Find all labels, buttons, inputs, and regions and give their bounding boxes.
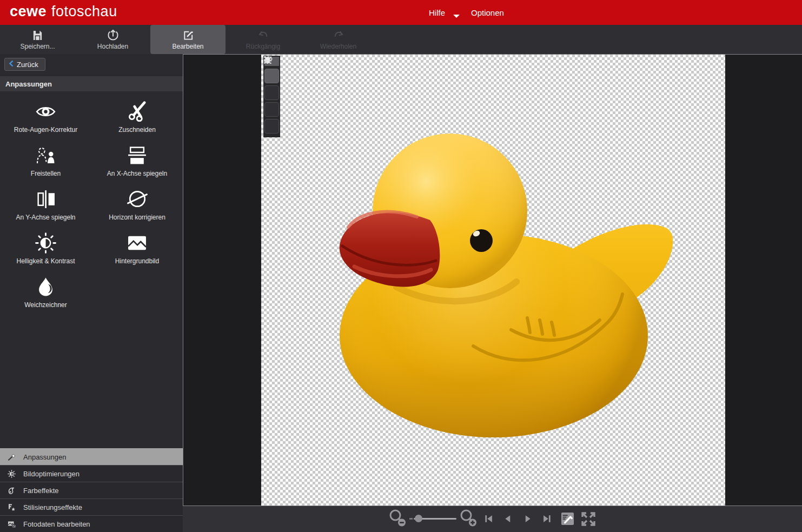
title-bar: cewefotoschau Hilfe Optionen (0, 0, 802, 25)
canvas-image-duck (261, 55, 725, 506)
previous-image-button[interactable] (503, 514, 513, 526)
undo-button[interactable]: Rückgängig (226, 25, 301, 54)
upload-icon (107, 29, 119, 41)
adjust-brush-icon (7, 453, 16, 461)
tool-label: An Y-Achse spiegeln (16, 214, 75, 221)
scissors-icon (127, 101, 148, 122)
logo-fotoschau: fotoschau (51, 3, 117, 19)
color-effects-icon (7, 487, 16, 495)
annotate-button[interactable] (561, 512, 574, 528)
edit-button[interactable]: Bearbeiten (150, 25, 226, 54)
zoom-in-button[interactable] (458, 508, 480, 531)
category-label: Fotodaten bearbeiten (23, 520, 90, 528)
ellipse-select-tool-button[interactable] (264, 119, 279, 134)
horizon-icon (127, 188, 148, 210)
annotate-icon (561, 512, 574, 526)
tool-an-y-achse-spiegeln[interactable]: An Y-Achse spiegeln (0, 183, 91, 227)
main-toolbar: Speichern... Hochladen Bearbeiten Rückgä… (0, 25, 802, 54)
brightness-contrast-icon (35, 232, 57, 254)
undo-label: Rückgängig (246, 43, 280, 50)
tool-palette (263, 56, 280, 137)
fullscreen-button[interactable] (580, 511, 596, 529)
next-icon (523, 514, 532, 523)
tool-label: Weichzeichner (24, 301, 67, 309)
undo-icon (257, 29, 269, 41)
flip-y-icon (36, 188, 56, 210)
tool-label: Helligkeit & Kontrast (16, 257, 75, 265)
save-label: Speichern... (20, 43, 55, 50)
tool-freistellen[interactable]: Freistellen (0, 139, 91, 183)
tool-rote-augen-korrektur[interactable]: Rote-Augen-Korrektur (0, 95, 91, 139)
next-image-button[interactable] (523, 514, 532, 526)
blur-drop-icon (37, 276, 54, 297)
chevron-left-icon (9, 60, 14, 69)
photo-data-icon (7, 520, 16, 528)
status-bar (183, 506, 802, 532)
save-button[interactable]: Speichern... (0, 25, 75, 54)
tool-label: Horizont korrigieren (109, 214, 165, 221)
skip-last-icon (542, 514, 552, 523)
category-farbeffekte[interactable]: Farbeffekte (0, 482, 183, 498)
tool-an-x-achse-spiegeln[interactable]: An X-Achse spiegeln (91, 139, 183, 183)
app-window: cewefotoschau Hilfe Optionen Speichern..… (0, 0, 802, 532)
category-label: Anpassungen (23, 453, 67, 461)
last-image-button[interactable] (542, 514, 552, 526)
menu-optionen[interactable]: Optionen (464, 8, 511, 17)
tools-grid: Rote-Augen-Korrektur Zuschneiden Freiste… (0, 95, 183, 314)
eye-icon (36, 101, 56, 122)
category-bildoptimierungen[interactable]: Bildoptimierungen (0, 465, 183, 482)
fullscreen-icon (580, 511, 596, 527)
upload-button[interactable]: Hochladen (75, 25, 150, 54)
zoom-slider-knob[interactable] (415, 515, 422, 522)
tool-horizont-korrigieren[interactable]: Horizont korrigieren (91, 183, 183, 227)
category-list: Anpassungen Bildoptimierungen Farbeffekt… (0, 448, 183, 532)
category-label: Bildoptimierungen (23, 470, 79, 478)
lasso-tool-button[interactable] (264, 85, 279, 100)
canvas-viewport (183, 54, 802, 506)
tool-weichzeichner[interactable]: Weichzeichner (0, 270, 91, 314)
floppy-disk-icon (32, 29, 43, 41)
upload-label: Hochladen (97, 43, 128, 50)
optimize-sun-icon (7, 470, 16, 478)
tool-label: Freistellen (31, 170, 61, 177)
edit-pencil-icon (182, 29, 194, 41)
category-fotodaten-bearbeiten[interactable]: Fotodaten bearbeiten (0, 515, 183, 532)
redo-icon (333, 29, 344, 41)
zoom-out-icon (387, 508, 409, 529)
section-title: Anpassungen (5, 80, 52, 88)
tool-hintergrundbild[interactable]: Hintergrundbild (91, 227, 183, 270)
category-anpassungen[interactable]: Anpassungen (0, 448, 183, 465)
redo-button[interactable]: Wiederholen (301, 25, 376, 54)
app-logo: cewefotoschau (10, 3, 117, 20)
stylize-star-icon (7, 503, 16, 511)
hand-tool-button[interactable] (264, 69, 279, 83)
tool-helligkeit-kontrast[interactable]: Helligkeit & Kontrast (0, 227, 91, 270)
menubar: Hilfe Optionen (422, 0, 511, 25)
tool-label: Zuschneiden (118, 126, 156, 134)
cutout-person-icon (36, 144, 56, 166)
editing-canvas[interactable] (261, 55, 725, 506)
redo-label: Wiederholen (320, 43, 356, 50)
previous-icon (503, 514, 513, 523)
background-image-icon (127, 232, 147, 254)
rect-select-tool-button[interactable] (264, 102, 279, 117)
section-header: Anpassungen (0, 76, 183, 91)
zoom-in-icon (458, 508, 480, 529)
chevron-down-icon[interactable] (453, 15, 460, 18)
skip-first-icon (484, 514, 493, 523)
zoom-slider-tick (409, 518, 413, 520)
category-stilisierungseffekte[interactable]: Stilisierungseffekte (0, 498, 183, 515)
sidebar: Zurück Anpassungen Rote-Augen-Korrektur … (0, 54, 183, 532)
back-button[interactable]: Zurück (4, 58, 45, 71)
tool-label: Hintergrundbild (115, 257, 159, 265)
logo-cewe: cewe (10, 3, 47, 19)
tool-zuschneiden[interactable]: Zuschneiden (91, 95, 183, 139)
zoom-out-button[interactable] (387, 508, 409, 531)
category-label: Farbeffekte (23, 487, 59, 495)
tool-label: An X-Achse spiegeln (107, 170, 167, 177)
menu-hilfe[interactable]: Hilfe (422, 8, 452, 17)
edit-label: Bearbeiten (172, 43, 203, 50)
flip-x-icon (127, 144, 147, 166)
back-label: Zurück (17, 61, 38, 69)
first-image-button[interactable] (484, 514, 493, 526)
